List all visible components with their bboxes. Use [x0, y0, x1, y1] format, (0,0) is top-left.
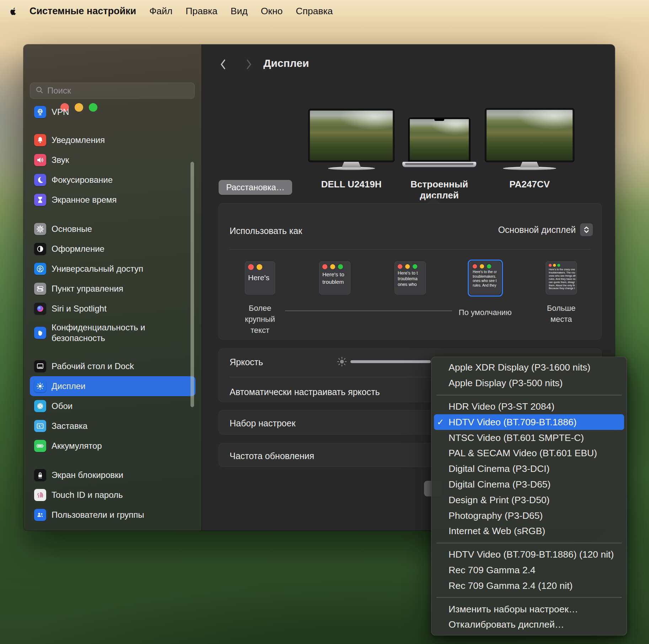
sidebar-item-globe[interactable]: VPN [30, 102, 195, 122]
menu-item[interactable]: Digital Cinema (P3-D65) [431, 477, 627, 493]
sidebar-item-label: Обои [52, 401, 73, 411]
sidebar-item-label: Звук [52, 155, 69, 165]
sidebar-scrollbar[interactable] [191, 162, 194, 407]
gear-icon [34, 223, 46, 235]
menu-item[interactable]: Internet & Web (sRGB) [431, 523, 627, 539]
search-input[interactable]: Поиск [30, 83, 195, 99]
menu-item-label: Digital Cinema (P3-DCI) [449, 463, 549, 474]
menu-item[interactable]: Rec 709 Gamma 2.4 (120 nit) [431, 578, 627, 594]
sidebar-item-battery[interactable]: Аккумулятор [30, 436, 195, 456]
bell-icon [34, 134, 46, 146]
desktop: Системные настройки ФайлПравкаВидОкноСпр… [0, 0, 649, 644]
menubar-items: ФайлПравкаВидОкноСправка [136, 6, 333, 17]
sidebar-item-desktop-dock[interactable]: Рабочий стол и Dock [30, 356, 195, 376]
users-icon [34, 509, 46, 521]
traffic-dot [330, 264, 335, 269]
brightness-slider[interactable] [350, 360, 431, 363]
display-name: PA247CV [485, 179, 574, 190]
menu-item[interactable]: Apple XDR Display (P3-1600 nits) [431, 360, 627, 376]
size-scale-line [285, 310, 452, 311]
sample-text: troublem [322, 278, 350, 286]
menu-item[interactable]: Design & Print (P3-D50) [431, 492, 627, 508]
text-size-option-4-selected[interactable]: Here's to the crtroublemakers.ones who s… [470, 261, 501, 294]
display-thumbnail-3[interactable]: PA247CV [485, 108, 574, 170]
menu-item-selected[interactable]: ✓HDTV Video (BT.709-BT.1886) [434, 414, 624, 430]
menu-separator [436, 597, 622, 598]
speaker-icon [34, 154, 46, 166]
menubar-item-5[interactable]: Справка [296, 6, 333, 16]
menubar-item-4[interactable]: Окно [261, 6, 283, 16]
forward-button[interactable] [242, 57, 256, 71]
menubar-app-name[interactable]: Системные настройки [30, 6, 136, 17]
menu-item[interactable]: HDR Video (P3-ST 2084) [431, 399, 627, 415]
sidebar-item-label: Конфиденциальность и безопасность [52, 322, 195, 344]
sidebar-item-siri[interactable]: Siri и Spotlight [30, 299, 195, 319]
menu-item[interactable]: Photography (P3-D65) [431, 508, 627, 523]
display-thumbnail-2[interactable]: Встроенный дисплей [402, 117, 476, 167]
arrange-button[interactable]: Расстановка… [219, 180, 292, 195]
menu-bar: Системные настройки ФайлПравкаВидОкноСпр… [0, 0, 649, 22]
sidebar-item-bell[interactable]: Уведомления [30, 130, 195, 150]
sidebar-item-hourglass[interactable]: Экранное время [30, 190, 195, 210]
sidebar-item-hand[interactable]: Конфиденциальность и безопасность [30, 319, 195, 347]
laptop-notch [434, 118, 444, 121]
size-option-label: Более крупный текст [239, 303, 281, 336]
text-size-option-1[interactable]: Here's [245, 261, 275, 294]
hand-icon [34, 327, 46, 339]
sidebar-item-control-center[interactable]: Пункт управления [30, 279, 195, 299]
menu-item[interactable]: Apple Display (P3-500 nits) [431, 376, 627, 391]
monitor-screen [485, 108, 574, 162]
battery-icon [34, 440, 46, 452]
traffic-dot [405, 264, 410, 269]
sidebar-group: ОсновныеОформлениеУниверсальный доступПу… [30, 219, 195, 347]
display-thumbnail-1[interactable]: DELL U2419H [309, 109, 394, 170]
monitor-stand [342, 162, 361, 167]
menu-item[interactable]: Rec 709 Gamma 2.4 [431, 563, 627, 578]
menubar-item-2[interactable]: Правка [186, 6, 218, 16]
sidebar-item-screensaver[interactable]: Заставка [30, 416, 195, 436]
sidebar-item-moon[interactable]: Фокусирование [30, 170, 195, 190]
auto-brightness-label: Автоматически настраивать яркость [230, 387, 380, 397]
menu-item-label: Rec 709 Gamma 2.4 (120 nit) [449, 580, 573, 591]
search-icon [35, 86, 44, 96]
sidebar-item-accessibility[interactable]: Универсальный доступ [30, 259, 195, 279]
sidebar-item-gear[interactable]: Основные [30, 219, 195, 239]
sidebar-item-wallpaper[interactable]: Обои [30, 396, 195, 416]
brightness-label: Яркость [230, 357, 263, 367]
text-size-option-2[interactable]: Here's totroublem [319, 261, 350, 294]
desktop-dock-icon [34, 360, 46, 372]
menu-item-label: HDTV Video (BT.709-BT.1886) (120 nit) [449, 549, 614, 560]
sidebar-item-lock[interactable]: Экран блокировки [30, 465, 195, 485]
sidebar-item-label: Оформление [52, 244, 104, 254]
menubar-item-1[interactable]: Файл [149, 6, 172, 16]
control-center-icon [34, 283, 46, 295]
text-size-option-5[interactable]: Here's to the crazy onetroublemakers. Th… [546, 261, 577, 294]
menu-item[interactable]: HDTV Video (BT.709-BT.1886) (120 nit) [431, 547, 627, 563]
preset-popup-menu: Apple XDR Display (P3-1600 nits)Apple Di… [431, 357, 627, 635]
menu-item[interactable]: PAL & SECAM Video (BT.601 EBU) [431, 446, 627, 461]
menu-item[interactable]: NTSC Video (BT.601 SMPTE-C) [431, 430, 627, 446]
menubar-item-3[interactable]: Вид [231, 6, 248, 16]
sidebar-item-label: Основные [52, 224, 92, 234]
sidebar-item-speaker[interactable]: Звук [30, 150, 195, 170]
sidebar-item-users[interactable]: Пользователи и группы [30, 505, 195, 525]
sidebar-item-label: Рабочий стол и Dock [52, 361, 134, 372]
text-size-option-3[interactable]: Here's to ttroublemaones who [395, 261, 426, 294]
brightness-sun-icon [337, 356, 347, 368]
back-button[interactable] [216, 57, 230, 71]
sidebar-item-label: Пункт управления [52, 283, 123, 294]
stepper-icon[interactable] [580, 223, 593, 236]
sidebar-item-fingerprint[interactable]: Touch ID и пароль [30, 485, 195, 505]
sidebar-item-display-sun[interactable]: Дисплеи [30, 376, 195, 396]
sidebar-group: VPN [30, 102, 195, 122]
sidebar-item-appearance[interactable]: Оформление [30, 239, 195, 259]
sample-text: Because they change t [549, 287, 576, 290]
menu-separator [436, 543, 622, 543]
use-as-dropdown[interactable]: Основной дисплей [498, 223, 593, 236]
screensaver-icon [34, 420, 46, 432]
apple-logo-icon[interactable] [9, 6, 18, 16]
menu-item[interactable]: Digital Cinema (P3-DCI) [431, 461, 627, 477]
menu-item[interactable]: Откалибровать дисплей… [431, 617, 627, 633]
monitor-screen [309, 109, 394, 162]
menu-item[interactable]: Изменить наборы настроек… [431, 601, 627, 617]
